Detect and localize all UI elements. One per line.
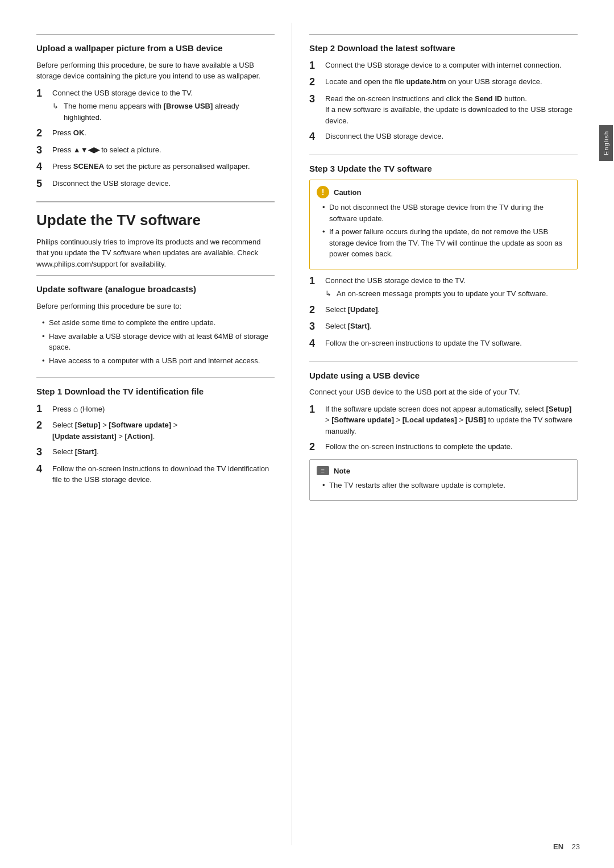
home-icon: ⌂ <box>73 404 78 413</box>
step1-list: 1 Press ⌂ (Home) 2 Select [Setup] > [Sof… <box>36 403 275 485</box>
step2-item-1-text: Connect the USB storage device to a comp… <box>325 60 578 71</box>
page-footer: EN 23 <box>553 842 580 851</box>
analogue-bullet-2: Have available a USB storage device with… <box>42 331 275 353</box>
section-usb-update: Update using a USB device Connect your U… <box>309 362 578 501</box>
step1-item-4-text: Follow the on-screen instructions to dow… <box>52 463 275 485</box>
upload-step-1-sub-text: The home menu appears with [Browse USB] … <box>64 101 275 123</box>
upload-step-5: 5 Disconnect the USB storage device. <box>36 178 275 190</box>
step3-num-2: 2 <box>309 304 325 317</box>
analogue-bullet-1: Set aside some time to complete the enti… <box>42 317 275 329</box>
section-step2: Step 2 Download the latest software 1 Co… <box>309 34 578 143</box>
update-tv-software-heading: Update the TV software <box>36 201 275 229</box>
caution-bullet-1: Do not disconnect the USB storage device… <box>322 202 570 224</box>
upload-steps-list: 1 Connect the USB storage device to the … <box>36 88 275 190</box>
section-step1: Step 1 Download the TV identification fi… <box>36 377 275 485</box>
analogue-bullet-3: Have access to a computer with a USB por… <box>42 355 275 367</box>
sub-arrow-1: ↳ <box>52 101 64 112</box>
section-upload-wallpaper: Upload a wallpaper picture from a USB de… <box>36 34 275 190</box>
step1-num-4: 4 <box>36 463 52 476</box>
sub-arrow-step3: ↳ <box>325 288 337 300</box>
upload-step-3: 3 Press ▲▼◀▶ to select a picture. <box>36 144 275 157</box>
step1-num-1: 1 <box>36 403 52 416</box>
analogue-broadcasts-intro: Before performing this procedure be sure… <box>36 301 275 312</box>
step3-item-1-text: Connect the USB storage device to the TV… <box>325 276 466 285</box>
step1-num-3: 3 <box>36 446 52 459</box>
section-step3: Step 3 Update the TV software ! Caution … <box>309 155 578 350</box>
usb-update-list: 1 If the software update screen does not… <box>309 404 578 454</box>
usb-update-intro: Connect your USB device to the USB port … <box>309 387 578 398</box>
upload-wallpaper-title: Upload a wallpaper picture from a USB de… <box>36 43 275 54</box>
note-box: ≡ Note The TV restarts after the softwar… <box>309 459 578 501</box>
step2-item-1: 1 Connect the USB storage device to a co… <box>309 60 578 72</box>
step3-item-1: 1 Connect the USB storage device to the … <box>309 275 578 300</box>
usb-update-item-2-text: Follow the on-screen instructions to com… <box>325 441 578 452</box>
step1-item-4: 4 Follow the on-screen instructions to d… <box>36 463 275 485</box>
update-tv-software-intro: Philips continuously tries to improve it… <box>36 236 275 270</box>
step3-num-4: 4 <box>309 338 325 350</box>
analogue-bullets-list: Set aside some time to complete the enti… <box>42 317 275 366</box>
step3-item-4-text: Follow the on-screen instructions to upd… <box>325 338 578 349</box>
analogue-broadcasts-title: Update software (analogue broadcasts) <box>36 284 275 295</box>
upload-step-5-text: Disconnect the USB storage device. <box>52 178 275 189</box>
step2-item-3: 3 Read the on-screen instructions and cl… <box>309 93 578 127</box>
page-number: 23 <box>572 842 580 851</box>
step3-num-3: 3 <box>309 321 325 333</box>
language-label: English <box>599 125 613 161</box>
caution-label: Caution <box>334 187 361 198</box>
caution-box: ! Caution Do not disconnect the USB stor… <box>309 180 578 269</box>
step-num-4: 4 <box>36 161 52 173</box>
caution-icon: ! <box>317 186 329 198</box>
usb-update-num-1: 1 <box>309 404 325 416</box>
step3-list: 1 Connect the USB storage device to the … <box>309 275 578 350</box>
note-header: ≡ Note <box>317 466 570 477</box>
step2-num-2: 2 <box>309 76 325 89</box>
note-bullets: The TV restarts after the software updat… <box>322 480 570 491</box>
right-column: Step 2 Download the latest software 1 Co… <box>292 23 606 845</box>
language-side-tab: English <box>598 125 614 161</box>
step2-item-2: 2 Locate and open the file update.htm on… <box>309 76 578 89</box>
step-num-5: 5 <box>36 178 52 190</box>
step3-item-1-sub: ↳ An on-screen message prompts you to up… <box>325 288 578 300</box>
usb-update-item-1: 1 If the software update screen does not… <box>309 404 578 437</box>
step3-item-4: 4 Follow the on-screen instructions to u… <box>309 338 578 350</box>
step3-num-1: 1 <box>309 275 325 288</box>
step-num-3: 3 <box>36 144 52 157</box>
step3-item-1-sub-text: An on-screen message prompts you to upda… <box>337 288 548 300</box>
step2-item-4: 4 Disconnect the USB storage device. <box>309 131 578 143</box>
step-num-2: 2 <box>36 127 52 140</box>
note-bullet-1: The TV restarts after the software updat… <box>322 480 570 491</box>
upload-wallpaper-intro: Before performing this procedure, be sur… <box>36 60 275 82</box>
step1-title: Step 1 Download the TV identification fi… <box>36 386 275 397</box>
upload-step-1: 1 Connect the USB storage device to the … <box>36 88 275 123</box>
step2-num-1: 1 <box>309 60 325 72</box>
page-footer-en: EN <box>553 842 563 851</box>
step2-list: 1 Connect the USB storage device to a co… <box>309 60 578 143</box>
step1-item-2: 2 Select [Setup] > [Software update] >[U… <box>36 420 275 442</box>
step3-item-2: 2 Select [Update]. <box>309 304 578 317</box>
usb-update-item-2: 2 Follow the on-screen instructions to c… <box>309 441 578 454</box>
step1-item-3: 3 Select [Start]. <box>36 446 275 459</box>
step3-item-3: 3 Select [Start]. <box>309 321 578 333</box>
upload-step-4: 4 Press SCENEA to set the picture as per… <box>36 161 275 173</box>
note-label: Note <box>334 466 350 477</box>
section-analogue-broadcasts: Update software (analogue broadcasts) Be… <box>36 275 275 366</box>
upload-step-1-text: Connect the USB storage device to the TV… <box>52 89 193 97</box>
upload-step-1-sub: ↳ The home menu appears with [Browse USB… <box>52 101 275 123</box>
upload-step-2: 2 Press OK. <box>36 127 275 140</box>
step2-num-3: 3 <box>309 93 325 106</box>
step2-num-4: 4 <box>309 131 325 143</box>
step2-item-4-text: Disconnect the USB storage device. <box>325 131 578 142</box>
usb-update-title: Update using a USB device <box>309 370 578 381</box>
left-column: Upload a wallpaper picture from a USB de… <box>8 23 292 845</box>
step-num-1: 1 <box>36 88 52 100</box>
step3-title: Step 3 Update the TV software <box>309 163 578 175</box>
step1-item-1: 1 Press ⌂ (Home) <box>36 403 275 416</box>
caution-bullets: Do not disconnect the USB storage device… <box>322 202 570 260</box>
caution-header: ! Caution <box>317 186 570 198</box>
note-icon: ≡ <box>317 466 329 475</box>
step1-num-2: 2 <box>36 420 52 432</box>
caution-bullet-2: If a power failure occurs during the upd… <box>322 226 570 260</box>
step2-title: Step 2 Download the latest software <box>309 43 578 54</box>
usb-update-num-2: 2 <box>309 441 325 454</box>
